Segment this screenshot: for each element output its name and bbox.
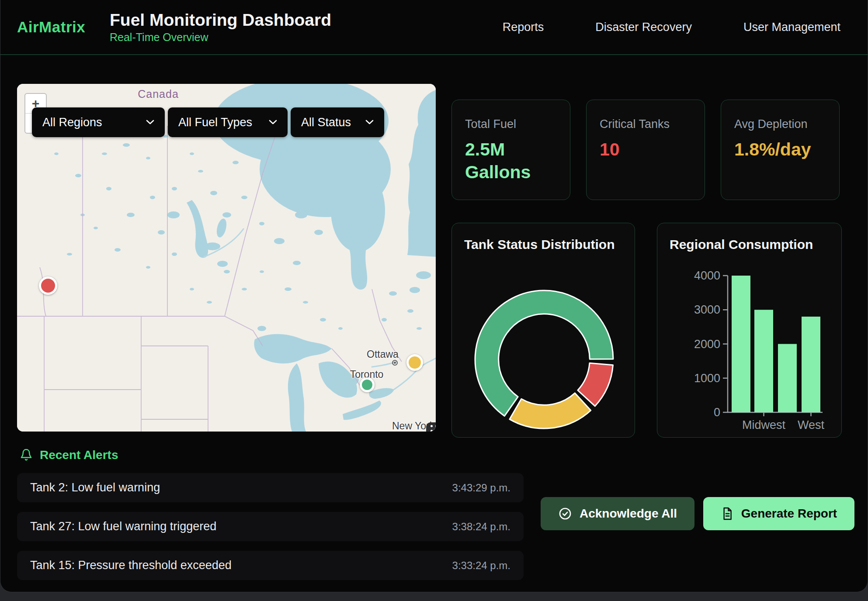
map-resize-handle[interactable] — [426, 422, 436, 432]
map-panel: Canada Ottawa Toronto New York + − All R… — [17, 84, 436, 432]
alert-row[interactable]: Tank 2: Low fuel warning 3:43:29 p.m. — [17, 473, 524, 502]
regional-consumption-bar-chart: 01000200030004000MidwestWest — [657, 223, 842, 438]
svg-text:0: 0 — [714, 406, 720, 419]
title-block: Fuel Monitoring Dashboard Real-Time Over… — [110, 10, 331, 44]
map-label-canada: Canada — [138, 88, 179, 100]
region-filter-dropdown[interactable]: All Regions — [32, 107, 165, 137]
page-title: Fuel Monitoring Dashboard — [110, 10, 331, 30]
stat-card-avg-depletion: Avg Depletion 1.8%/day — [721, 100, 840, 200]
generate-report-label: Generate Report — [741, 507, 837, 521]
alert-time: 3:43:29 p.m. — [452, 482, 510, 494]
fuel-type-filter-dropdown[interactable]: All Fuel Types — [168, 107, 288, 137]
alert-text: Tank 2: Low fuel warning — [30, 481, 160, 494]
main-nav: Reports Disaster Recovery User Managemen… — [503, 21, 840, 34]
stat-value: 1.8%/day — [734, 138, 816, 161]
nav-disaster-recovery[interactable]: Disaster Recovery — [595, 21, 692, 34]
fuel-type-filter-value: All Fuel Types — [178, 116, 252, 129]
alert-row[interactable]: Tank 27: Low fuel warning triggered 3:38… — [17, 512, 524, 541]
alert-text: Tank 15: Pressure threshold exceeded — [30, 559, 232, 572]
svg-text:4000: 4000 — [694, 269, 720, 282]
nav-reports[interactable]: Reports — [503, 21, 544, 34]
map-filters: All Regions All Fuel Types All Status — [32, 107, 384, 137]
tank-marker-critical[interactable] — [39, 276, 57, 295]
svg-text:West: West — [798, 418, 825, 432]
alerts-title: Recent Alerts — [40, 448, 118, 462]
page-subtitle: Real-Time Overview — [110, 31, 331, 44]
stat-cards: Total Fuel 2.5M Gallons Critical Tanks 1… — [451, 100, 840, 200]
stat-label: Critical Tanks — [600, 117, 691, 131]
alert-time: 3:38:24 p.m. — [452, 521, 510, 533]
chevron-down-icon — [365, 120, 374, 125]
alert-time: 3:33:24 p.m. — [452, 560, 510, 572]
town-dot-icon — [392, 360, 398, 366]
stat-value: 2.5M Gallons — [465, 138, 546, 184]
tank-marker-warning[interactable] — [406, 354, 423, 371]
tank-status-card: Tank Status Distribution — [451, 223, 635, 438]
bell-icon — [20, 448, 33, 462]
svg-text:2000: 2000 — [694, 338, 720, 351]
alert-text: Tank 27: Low fuel warning triggered — [30, 520, 216, 533]
status-filter-dropdown[interactable]: All Status — [291, 107, 384, 137]
dashboard-app: AirMatrix Fuel Monitoring Dashboard Real… — [0, 0, 868, 592]
stat-value: 10 — [600, 138, 681, 161]
header: AirMatrix Fuel Monitoring Dashboard Real… — [0, 0, 868, 55]
chevron-down-icon — [269, 120, 277, 125]
tank-status-donut-chart — [452, 223, 635, 438]
svg-text:Midwest: Midwest — [742, 418, 786, 432]
stat-label: Avg Depletion — [734, 117, 826, 131]
stat-card-total-fuel: Total Fuel 2.5M Gallons — [451, 100, 570, 200]
status-filter-value: All Status — [301, 116, 351, 129]
alerts-header: Recent Alerts — [20, 448, 118, 462]
stat-label: Total Fuel — [465, 117, 557, 131]
alert-row[interactable]: Tank 15: Pressure threshold exceeded 3:3… — [17, 551, 524, 580]
document-icon — [721, 507, 734, 521]
nav-user-management[interactable]: User Management — [743, 21, 840, 34]
app-logo: AirMatrix — [17, 18, 110, 36]
svg-text:1000: 1000 — [694, 372, 720, 385]
acknowledge-all-label: Acknowledge All — [580, 507, 677, 521]
chevron-down-icon — [146, 120, 154, 125]
svg-text:3000: 3000 — [694, 303, 720, 316]
generate-report-button[interactable]: Generate Report — [703, 497, 854, 530]
acknowledge-all-button[interactable]: Acknowledge All — [541, 497, 694, 530]
regional-consumption-card: Regional Consumption 01000200030004000Mi… — [657, 223, 842, 438]
map-label-ottawa: Ottawa — [367, 349, 399, 360]
tank-marker-normal[interactable] — [360, 377, 375, 392]
stat-card-critical-tanks: Critical Tanks 10 — [586, 100, 705, 200]
region-filter-value: All Regions — [42, 116, 102, 129]
check-circle-icon — [558, 507, 572, 521]
